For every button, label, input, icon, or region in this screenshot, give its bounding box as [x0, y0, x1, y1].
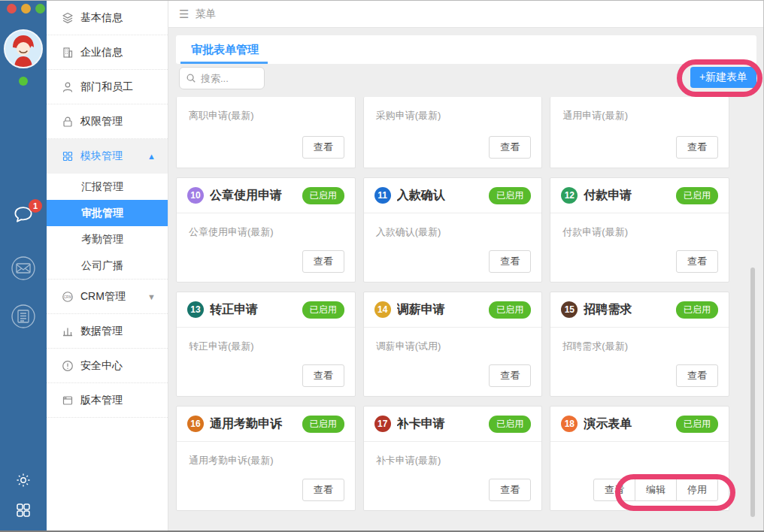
search-box[interactable] [179, 67, 265, 89]
form-title: 转正申请 [210, 302, 296, 318]
form-title: 公章使用申请 [210, 188, 296, 204]
form-number-badge: 10 [187, 187, 204, 204]
form-number-badge: 15 [561, 301, 578, 318]
edit-button[interactable]: 编辑 [635, 479, 677, 501]
form-card: 14 调薪申请 已启用 调薪申请(试用) 查看 [363, 292, 543, 397]
sidebar-item-label: 版本管理 [80, 394, 123, 407]
form-description: 通用申请(最新) [550, 97, 729, 122]
status-badge: 已启用 [676, 301, 718, 319]
sidebar-item-crm-management[interactable]: CRM CRM管理 ▼ [47, 280, 168, 314]
sidebar-item-version-management[interactable]: 版本管理 [47, 383, 168, 418]
layers-icon [62, 12, 74, 24]
sidebar-item-company-info[interactable]: 企业信息 [47, 35, 168, 70]
form-description: 入款确认(最新) [364, 213, 542, 239]
form-card-partial: 离职申请(最新) 查看 [176, 97, 356, 168]
sidebar-subitem-attendance-management[interactable]: 考勤管理 [47, 226, 168, 252]
status-badge: 已启用 [489, 416, 531, 433]
main-header: ☰ 菜单 [168, 1, 764, 28]
status-badge: 已启用 [302, 416, 344, 433]
close-window-button[interactable] [7, 4, 17, 14]
chat-icon[interactable]: 1 [12, 204, 35, 229]
view-button[interactable]: 查看 [489, 250, 531, 273]
user-icon [62, 81, 74, 93]
form-number-badge: 16 [187, 416, 204, 432]
lock-icon [62, 116, 74, 128]
form-description [550, 442, 729, 454]
sidebar-item-label: 安全中心 [80, 359, 123, 373]
form-description: 招聘需求(最新) [550, 328, 729, 353]
form-description: 付款申请(最新) [550, 213, 729, 239]
form-number-badge: 12 [561, 187, 578, 204]
sidebar-item-label: 模块管理 [80, 150, 123, 163]
bar-chart-icon [62, 325, 74, 337]
zoom-window-button[interactable] [35, 4, 45, 14]
view-button[interactable]: 查看 [489, 479, 531, 501]
sidebar-item-security-center[interactable]: 安全中心 [47, 349, 168, 383]
sidebar-item-basic-info[interactable]: 基本信息 [47, 1, 168, 35]
sidebar-item-label: 企业信息 [80, 46, 123, 59]
sidebar-item-departments-employees[interactable]: 部门和员工 [47, 70, 168, 104]
form-number-badge: 13 [187, 301, 204, 318]
view-button[interactable]: 查看 [302, 250, 344, 273]
view-button[interactable]: 查看 [676, 136, 718, 159]
tab-approval-form-management[interactable]: 审批表单管理 [191, 35, 259, 64]
warning-circle-icon [62, 360, 74, 372]
sidebar-item-label: 权限管理 [80, 115, 123, 128]
form-number-badge: 17 [374, 416, 391, 432]
sidebar-item-label: 部门和员工 [80, 80, 133, 94]
view-button[interactable]: 查看 [302, 136, 344, 159]
status-badge: 已启用 [489, 187, 531, 204]
form-title: 调薪申请 [397, 302, 484, 318]
mail-icon[interactable] [10, 255, 37, 285]
status-badge: 已启用 [676, 416, 718, 433]
form-description: 补卡申请(最新) [364, 442, 542, 467]
disable-button[interactable]: 停用 [676, 479, 718, 501]
form-card: 12 付款申请 已启用 付款申请(最新) 查看 [550, 177, 729, 283]
sidebar-subitem-company-broadcast[interactable]: 公司广播 [47, 252, 168, 279]
sidebar-subitem-approval-management[interactable]: 审批管理 [47, 200, 168, 226]
view-button[interactable]: 查看 [489, 136, 531, 159]
window-controls [7, 4, 45, 14]
sidebar-item-permissions[interactable]: 权限管理 [47, 104, 168, 139]
online-status-dot [19, 77, 28, 86]
settings-sidebar: 基本信息 企业信息 部门和员工 权限管理 模块管理 [47, 1, 168, 532]
sidebar-item-data-management[interactable]: 数据管理 [47, 314, 168, 349]
new-form-button[interactable]: +新建表单 [690, 67, 756, 88]
view-button[interactable]: 查看 [676, 250, 718, 273]
form-card-partial: 采购申请(最新) 查看 [363, 97, 543, 168]
active-tab-underline [180, 62, 268, 64]
form-description: 调薪申请(试用) [364, 328, 542, 353]
form-title: 演示表单 [584, 416, 670, 432]
search-input[interactable] [201, 73, 258, 84]
form-card: 17 补卡申请 已启用 补卡申请(最新) 查看 [363, 406, 543, 511]
sidebar-item-module-management[interactable]: 模块管理 ▲ [47, 139, 168, 174]
sidebar-subitem-report-management[interactable]: 汇报管理 [47, 174, 168, 200]
sidebar-item-label: 基本信息 [80, 11, 123, 25]
vertical-scrollbar-thumb[interactable] [750, 268, 755, 517]
building-icon [62, 47, 74, 59]
view-button[interactable]: 查看 [593, 479, 635, 501]
apps-grid-icon[interactable] [14, 501, 32, 522]
form-description: 通用考勤申诉(最新) [177, 442, 355, 467]
tab-strip: 审批表单管理 [176, 35, 756, 64]
document-icon[interactable] [10, 303, 37, 333]
toolbar: +新建表单 [176, 67, 756, 91]
minimize-window-button[interactable] [21, 4, 31, 14]
status-badge: 已启用 [676, 187, 718, 204]
forms-scroll-area[interactable]: 离职申请(最新) 查看 采购申请(最新) 查看 通用申请(最新) 查看 10 公… [176, 97, 729, 531]
hamburger-menu-icon[interactable]: ☰ [179, 8, 189, 21]
sidebar-item-label: CRM管理 [80, 290, 126, 304]
settings-gear-icon[interactable] [14, 471, 32, 492]
form-card: 10 公章使用申请 已启用 公章使用申请(最新) 查看 [176, 177, 356, 283]
form-title: 付款申请 [584, 188, 670, 204]
search-icon [186, 73, 196, 83]
view-button[interactable]: 查看 [302, 479, 344, 501]
form-number-badge: 11 [374, 187, 391, 204]
chevron-up-icon: ▲ [147, 152, 156, 161]
view-button[interactable]: 查看 [302, 364, 344, 387]
form-card-partial: 通用申请(最新) 查看 [550, 97, 729, 168]
main-content: ☰ 菜单 审批表单管理 +新建表单 离职申请(最新) 查看 采购申请(最新) 查… [168, 1, 764, 532]
avatar[interactable] [4, 29, 43, 68]
view-button[interactable]: 查看 [676, 364, 718, 387]
view-button[interactable]: 查看 [489, 364, 531, 387]
